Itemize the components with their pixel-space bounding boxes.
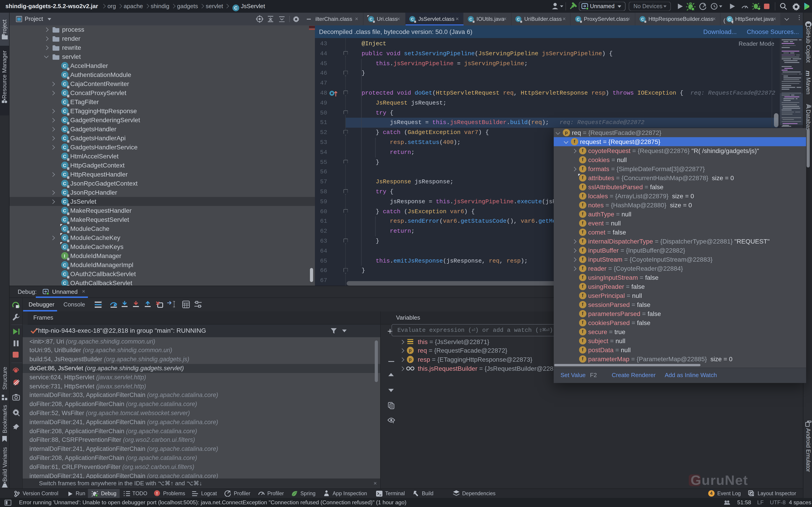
svg-text:No Devices: No Devices bbox=[633, 3, 662, 9]
svg-text:Unnamed: Unnamed bbox=[590, 3, 614, 9]
